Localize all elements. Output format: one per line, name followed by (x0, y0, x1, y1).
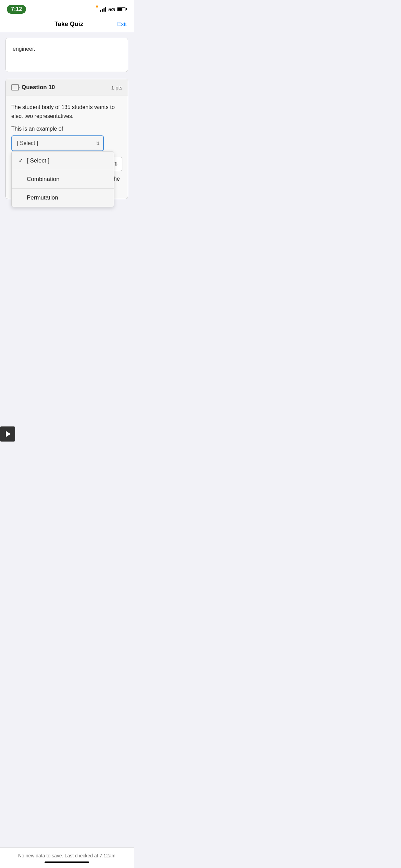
dropdown-1-selected[interactable]: [ Select ] (11, 135, 104, 151)
battery-fill (118, 8, 122, 11)
previous-question-card: engineer. (5, 38, 128, 72)
signal-bar-3 (104, 8, 105, 12)
exit-button[interactable]: Exit (117, 21, 127, 28)
signal-bars (100, 7, 106, 12)
dropdown-option-combination[interactable]: ✓ Combination (12, 170, 114, 189)
network-label: 5G (108, 7, 115, 12)
option-combination-label: Combination (27, 176, 59, 183)
question-label: Question 10 (11, 84, 55, 91)
question-points: 1 pts (111, 85, 122, 91)
signal-bar-1 (100, 10, 101, 12)
signal-bar-4 (105, 7, 106, 12)
content-area: engineer. Question 10 1 pts The student … (0, 32, 134, 205)
question-tag-icon (11, 84, 19, 91)
status-bar: 7:12 5G (0, 0, 134, 16)
dropdown-1-wrapper: [ Select ] ⇅ ✓ [ Select ] ✓ Combination … (11, 135, 122, 151)
option-permutation-label: Permutation (27, 194, 58, 201)
status-time: 7:12 (7, 5, 26, 14)
dropdown-1-menu: ✓ [ Select ] ✓ Combination ✓ Permutation (11, 151, 114, 207)
status-right: 5G (96, 7, 127, 12)
battery-tip (126, 8, 127, 10)
signal-bar-2 (102, 9, 103, 12)
option-select-label: [ Select ] (27, 157, 49, 164)
question-prompt-1: This is an example of (11, 126, 122, 132)
question-title: Question 10 (22, 84, 55, 91)
question-10-card: Question 10 1 pts The student body of 13… (5, 79, 128, 199)
battery-body (117, 7, 125, 11)
prev-card-text: engineer. (13, 45, 121, 53)
battery-indicator (117, 7, 127, 11)
checkmark-icon: ✓ (19, 157, 23, 164)
nav-title: Take Quiz (54, 21, 83, 28)
dropdown-option-select[interactable]: ✓ [ Select ] (12, 152, 114, 170)
question-body-text: The student body of 135 students wants t… (11, 103, 122, 120)
notification-dot (96, 5, 98, 8)
question-body: The student body of 135 students wants t… (6, 96, 128, 199)
nav-bar: Take Quiz Exit (0, 16, 134, 32)
dropdown-option-permutation[interactable]: ✓ Permutation (12, 189, 114, 207)
question-header: Question 10 1 pts (6, 79, 128, 96)
